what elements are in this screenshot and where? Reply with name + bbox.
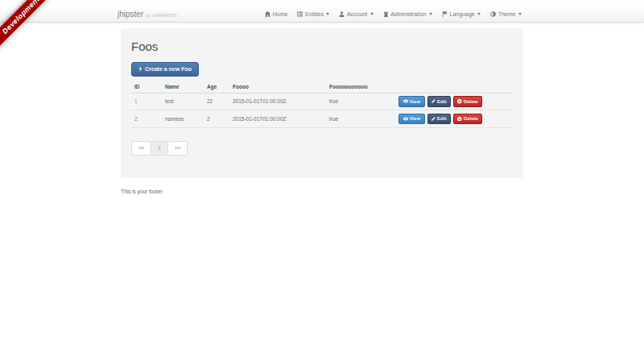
column-header-foooo: Foooo: [229, 81, 326, 93]
eye-icon: [403, 99, 408, 103]
edit-button[interactable]: Edit: [427, 114, 451, 125]
pagination-current-page[interactable]: 1: [151, 141, 168, 156]
pencil-icon: [431, 99, 436, 103]
remove-circle-icon: [457, 99, 462, 104]
nav-item-label: Entities: [305, 11, 324, 17]
column-header-fooooooooooo: Fooooooooooo: [326, 81, 395, 93]
delete-label: Delete: [464, 99, 478, 105]
flash-icon: [138, 66, 142, 72]
row-id-link[interactable]: 2: [134, 116, 138, 122]
pagination: «« 1 »»: [131, 141, 188, 156]
create-foo-label: Create a new Foo: [145, 66, 192, 72]
tower-icon: [383, 11, 389, 17]
column-header-name: Name: [162, 81, 204, 93]
table-row: 1 test 22 2015-01-01T01:00:00Z true View: [131, 93, 513, 110]
edit-label: Edit: [437, 116, 446, 122]
edit-button[interactable]: Edit: [427, 96, 451, 107]
brand-name: jhipster: [118, 10, 143, 19]
nav-item-entities[interactable]: Entities: [292, 6, 334, 23]
cell-name: nameee: [162, 110, 204, 128]
nav-item-account[interactable]: Account: [334, 6, 378, 23]
flag-icon: [442, 11, 448, 17]
nav-item-label: Account: [347, 11, 367, 17]
caret-down-icon: [477, 13, 481, 15]
nav-item-language[interactable]: Language: [437, 6, 485, 23]
caret-down-icon: [518, 13, 522, 15]
navbar: jhipster v0.1-SNAPSHOT Home Entities: [0, 6, 644, 23]
create-foo-button[interactable]: Create a new Foo: [131, 62, 199, 77]
table-header-row: ID Name Age Foooo Fooooooooooo: [131, 81, 513, 93]
footer-text: This is your footer: [121, 189, 523, 194]
adjust-icon: [490, 11, 496, 17]
user-icon: [339, 11, 345, 17]
table-row: 2 nameee 2 2015-01-01T01:00:00Z true Vie…: [131, 110, 513, 128]
column-header-actions: [395, 81, 513, 93]
list-icon: [297, 11, 303, 17]
column-header-age: Age: [204, 81, 229, 93]
caret-down-icon: [429, 13, 432, 15]
remove-circle-icon: [457, 117, 462, 122]
brand-link[interactable]: jhipster v0.1-SNAPSHOT: [118, 10, 177, 19]
eye-icon: [403, 117, 408, 121]
brand-version: v0.1-SNAPSHOT: [146, 13, 177, 18]
main-content: Foos Create a new Foo ID Name Age Foooo …: [121, 28, 523, 178]
pagination-last-button[interactable]: »»: [167, 141, 188, 156]
foos-table: ID Name Age Foooo Fooooooooooo 1 test 22…: [131, 81, 513, 128]
nav-item-label: Administration: [390, 11, 426, 17]
cell-fooooooooooo: true: [326, 110, 395, 128]
cell-fooooooooooo: true: [326, 93, 395, 110]
pencil-icon: [431, 117, 436, 121]
home-icon: [265, 11, 270, 17]
row-id-link[interactable]: 1: [134, 98, 138, 104]
cell-age: 2: [204, 110, 229, 128]
view-button[interactable]: View: [398, 96, 425, 107]
cell-foooo: 2015-01-01T01:00:00Z: [229, 93, 326, 110]
nav-item-theme[interactable]: Theme: [485, 6, 526, 23]
nav-item-label: Home: [273, 11, 288, 17]
cell-age: 22: [204, 93, 229, 110]
pagination-first-button[interactable]: ««: [131, 141, 151, 156]
caret-down-icon: [326, 13, 329, 15]
cell-name: test: [162, 93, 204, 110]
cell-foooo: 2015-01-01T01:00:00Z: [229, 110, 326, 128]
nav-item-administration[interactable]: Administration: [378, 6, 437, 23]
navbar-menu: Home Entities Account Adminis: [260, 6, 526, 23]
nav-item-label: Theme: [498, 11, 516, 17]
view-label: View: [410, 99, 421, 105]
caret-down-icon: [370, 13, 374, 15]
column-header-id: ID: [131, 81, 162, 93]
delete-label: Delete: [464, 116, 478, 122]
view-button[interactable]: View: [398, 114, 425, 125]
delete-button[interactable]: Delete: [453, 114, 483, 125]
delete-button[interactable]: Delete: [453, 96, 483, 107]
edit-label: Edit: [437, 99, 446, 105]
page-title: Foos: [131, 39, 513, 53]
foos-panel: Foos Create a new Foo ID Name Age Foooo …: [121, 28, 523, 178]
nav-item-label: Language: [450, 11, 475, 17]
view-label: View: [410, 116, 421, 122]
nav-item-home[interactable]: Home: [260, 6, 292, 23]
